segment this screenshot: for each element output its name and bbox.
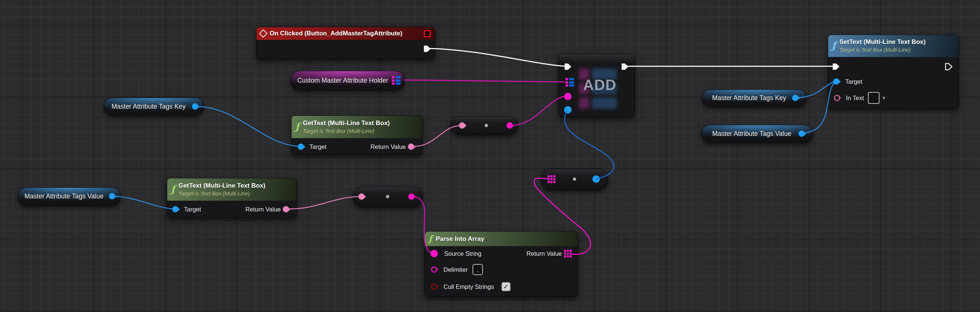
return-value-label: Return Value <box>527 250 562 257</box>
return-value-array-pin[interactable] <box>564 250 572 258</box>
on-clicked-title: On Clicked (Button_AddMasterTagAttribute… <box>270 30 402 37</box>
output-pin[interactable] <box>592 175 600 183</box>
blueprint-canvas[interactable]: On Clicked (Button_AddMasterTagAttribute… <box>0 0 980 312</box>
function-icon: ƒ <box>295 122 299 131</box>
node-master-attribute-tags-value-left[interactable]: Master Attribute Tags Value <box>18 187 121 205</box>
output-pin[interactable] <box>409 194 415 200</box>
string-array-pin-icon[interactable] <box>548 175 555 183</box>
in-text-dropdown-caret[interactable]: ▾ <box>883 95 885 101</box>
node-master-attribute-tags-key-left[interactable]: Master Attribute Tags Key <box>103 97 204 115</box>
node-to-string-conversion-top[interactable] <box>450 116 518 135</box>
source-string-label: Source String <box>444 250 481 257</box>
output-pin[interactable] <box>799 131 805 137</box>
output-pin[interactable] <box>507 123 513 129</box>
wire-tagsvalue-to-gettext-target <box>113 196 173 209</box>
node-map-add[interactable]: ADD <box>558 53 635 117</box>
target-pin[interactable] <box>833 78 840 85</box>
return-value-pin[interactable] <box>283 206 289 213</box>
node-array-conversion[interactable] <box>541 169 608 190</box>
node-to-string-conversion-bottom[interactable] <box>353 186 423 207</box>
cull-empty-strings-pin[interactable] <box>431 284 438 290</box>
get-text-subtitle: Target is Text Box (Multi-Line) <box>303 128 390 135</box>
source-string-pin[interactable] <box>430 250 438 257</box>
target-pin[interactable] <box>172 206 179 213</box>
delimiter-label: Delimiter <box>444 266 468 273</box>
node-get-text-top[interactable]: ƒ GetText (Multi-Line Text Box) Target i… <box>291 115 423 154</box>
node-set-text[interactable]: ƒ SetText (Multi-Line Text Box) Target i… <box>828 35 959 108</box>
get-text-header: ƒ GetText (Multi-Line Text Box) Target i… <box>291 116 422 138</box>
set-text-exec-in-pin[interactable] <box>832 63 841 71</box>
on-clicked-header: On Clicked (Button_AddMasterTagAttribute… <box>256 27 434 40</box>
set-text-subtitle: Target is Text Box (Multi-Line) <box>839 46 926 54</box>
wire-map-holder-to-add <box>405 80 565 82</box>
node-on-clicked[interactable]: On Clicked (Button_AddMasterTagAttribute… <box>256 27 435 59</box>
in-text-label: In Text <box>846 95 864 102</box>
conversion-dot-icon <box>573 178 576 181</box>
get-text-title: GetText (Multi-Line Text Box) <box>303 119 390 128</box>
key-pin[interactable] <box>564 93 571 100</box>
wire-tagskey-to-gettext-target <box>197 107 299 146</box>
output-pin[interactable] <box>109 193 115 199</box>
add-exec-in-pin[interactable] <box>564 63 573 71</box>
node-parse-into-array[interactable]: ƒ Parse Into Array Source String Return … <box>425 231 578 297</box>
cull-empty-strings-checkbox[interactable]: ✓ <box>502 283 510 291</box>
delimiter-pin[interactable] <box>431 267 438 273</box>
output-pin[interactable] <box>792 95 799 101</box>
input-pin[interactable] <box>359 194 365 200</box>
set-text-exec-out-pin[interactable] <box>945 63 954 71</box>
add-header <box>559 54 635 62</box>
return-value-label: Return Value <box>371 143 406 150</box>
return-value-pin[interactable] <box>408 144 414 150</box>
on-clicked-exec-out-pin[interactable] <box>423 45 432 53</box>
get-text-subtitle: Target is Text Box (Multi-Line) <box>178 190 266 198</box>
variable-label: Master Attribute Tags Value <box>25 193 103 200</box>
return-value-label: Return Value <box>245 206 281 213</box>
event-icon <box>259 29 268 38</box>
variable-label: Custom Master Attribute Holder <box>297 77 388 84</box>
variable-label: Master Attribute Tags Key <box>712 94 786 102</box>
node-master-attribute-tags-key-right[interactable]: Master Attribute Tags Key <box>702 89 807 107</box>
target-pin[interactable] <box>298 144 304 150</box>
set-text-title: SetText (Multi-Line Text Box) <box>839 38 926 46</box>
function-icon: ƒ <box>832 41 836 50</box>
cull-empty-strings-label: Cull Empty Strings <box>444 283 494 290</box>
delegate-pin[interactable] <box>424 30 431 37</box>
delimiter-input[interactable]: , <box>473 264 483 275</box>
node-custom-master-attribute-holder[interactable]: Custom Master Attribute Holder <box>290 71 405 90</box>
target-label: Target <box>309 143 326 150</box>
get-text-title: GetText (Multi-Line Text Box) <box>178 182 266 190</box>
target-label: Target <box>184 206 201 213</box>
wire-conv1-to-add-key <box>512 96 565 126</box>
variable-label: Master Attribute Tags Value <box>712 130 791 138</box>
map-pin-icon[interactable] <box>392 76 401 85</box>
output-pin[interactable] <box>192 103 199 110</box>
function-icon: ƒ <box>171 184 175 194</box>
in-text-pin[interactable] <box>834 95 840 101</box>
variable-label: Master Attribute Tags Key <box>111 103 185 111</box>
set-text-header: ƒ SetText (Multi-Line Text Box) Target i… <box>828 35 958 57</box>
target-label: Target <box>845 78 862 85</box>
in-text-input[interactable] <box>868 92 880 104</box>
wire-exec-onclicked-to-add <box>428 48 566 66</box>
value-pin[interactable] <box>564 106 571 113</box>
add-watermark: ADD <box>583 77 617 94</box>
parse-title: Parse Into Array <box>436 235 484 243</box>
parse-header: ƒ Parse Into Array <box>425 232 578 246</box>
conversion-dot-icon <box>485 124 488 127</box>
target-map-pin[interactable] <box>566 78 574 87</box>
conversion-dot-icon <box>386 195 390 199</box>
node-master-attribute-tags-value-right[interactable]: Master Attribute Tags Value <box>701 125 813 143</box>
function-icon: ƒ <box>429 234 432 243</box>
get-text-header: ƒ GetText (Multi-Line Text Box) Target i… <box>167 178 296 201</box>
input-pin[interactable] <box>459 123 465 129</box>
wire-gettext2-return-to-conv2 <box>288 197 358 209</box>
add-exec-out-pin[interactable] <box>621 63 630 71</box>
node-get-text-bottom[interactable]: ƒ GetText (Multi-Line Text Box) Target i… <box>167 178 297 218</box>
